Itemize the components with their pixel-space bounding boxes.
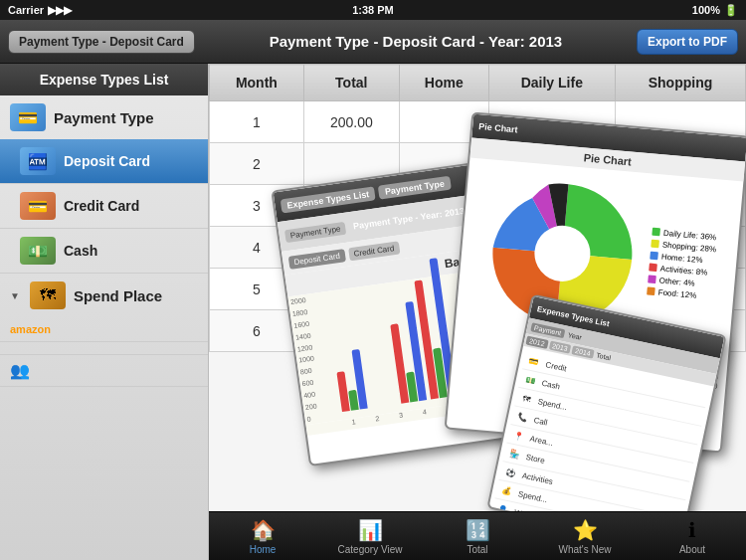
- to-item-label: Activities: [521, 470, 554, 485]
- sidebar-section-payment-type[interactable]: 💳 Payment Type: [0, 95, 208, 139]
- cash-icon: 💵: [20, 237, 56, 265]
- collapse-arrow-icon: ▼: [10, 290, 20, 301]
- credit-card-icon: 💳: [20, 192, 56, 220]
- col-home: Home: [399, 65, 488, 101]
- sidebar-item-spend-3[interactable]: 👥: [0, 355, 208, 387]
- bar-blue: [351, 349, 367, 410]
- status-battery: 100% 🔋: [692, 4, 738, 17]
- sidebar: Expense Types List 💳 Payment Type 🏧 Depo…: [0, 64, 209, 560]
- table-row: 4 800.00: [210, 227, 746, 269]
- payment-type-icon: 💳: [10, 103, 46, 131]
- cell-total: 800.00: [303, 227, 399, 269]
- sidebar-section-spend-place[interactable]: ▼ 🗺 Spend Place: [0, 274, 208, 317]
- to-item-icon: 💳: [525, 354, 543, 369]
- cell-daily-life: [488, 269, 615, 310]
- x-label: 12: [604, 380, 625, 390]
- sidebar-item-cash[interactable]: 💵 Cash: [0, 229, 208, 274]
- table-row: 5: [210, 269, 746, 310]
- home-icon: 🏠: [251, 518, 276, 542]
- about-label: About: [679, 544, 705, 555]
- nav-bar: Payment Type - Deposit Card Payment Type…: [0, 20, 746, 64]
- sidebar-item-spend-2[interactable]: [0, 342, 208, 355]
- x-label: 1: [343, 417, 364, 427]
- cell-month: 2: [210, 143, 304, 185]
- bar-red: [461, 394, 468, 395]
- sidebar-item-amazon[interactable]: amazon: [0, 317, 208, 342]
- to-item-icon: ⚽: [501, 465, 519, 479]
- to-list-item[interactable]: 📍 Area...: [506, 425, 693, 482]
- to-list-item[interactable]: 📞 Call: [510, 406, 697, 464]
- table-row: 2: [210, 143, 746, 185]
- status-time: 1:38 PM: [352, 4, 394, 16]
- sidebar-item-deposit-card[interactable]: 🏧 Deposit Card: [0, 139, 208, 184]
- to-item-icon: 🏪: [505, 447, 523, 462]
- home-label: Home: [250, 544, 277, 555]
- spend-place-label: Spend Place: [74, 287, 162, 304]
- to-item-label: Spend...: [537, 397, 568, 412]
- app-container: Payment Type - Deposit Card Payment Type…: [0, 20, 746, 560]
- bar-group: [334, 349, 368, 412]
- content-area: Expense Types List 💳 Payment Type 🏧 Depo…: [0, 64, 746, 560]
- cell-month: 3: [210, 185, 304, 227]
- sidebar-item-credit-card[interactable]: 💳 Credit Card: [0, 184, 208, 229]
- category-icon: 📊: [358, 518, 383, 542]
- col-daily-life: Daily Life: [488, 65, 615, 101]
- tab-whats-new[interactable]: ⭐ What's New: [531, 518, 639, 555]
- to-list-item[interactable]: 🗺 Spend...: [514, 388, 701, 446]
- to-item-icon: 💰: [497, 483, 515, 498]
- total-label: Total: [466, 544, 487, 555]
- cell-shopping: [615, 185, 745, 227]
- cell-home: [399, 310, 488, 352]
- about-icon: ℹ: [688, 518, 696, 542]
- cell-home: [399, 269, 488, 310]
- cell-shopping: [615, 101, 745, 143]
- tab-total[interactable]: 🔢 Total: [424, 518, 531, 555]
- to-list-item[interactable]: 💵 Cash: [518, 369, 705, 427]
- cell-daily-life: [488, 143, 615, 185]
- cell-home: [399, 101, 488, 143]
- x-label: 3: [391, 410, 412, 420]
- cell-shopping: [615, 310, 745, 352]
- col-total: Total: [303, 65, 399, 101]
- x-label: 10: [556, 387, 577, 397]
- bar-blue: [478, 392, 486, 393]
- tab-category[interactable]: 📊 Category View: [316, 518, 424, 555]
- amazon-icon: amazon: [10, 323, 51, 335]
- cell-month: 1: [210, 101, 304, 143]
- cell-total: [303, 310, 399, 352]
- to-list-item[interactable]: 🏪 Store: [502, 444, 689, 501]
- table-header-row: Month Total Home Daily Life Shopping: [210, 65, 746, 101]
- cell-total: 200.00: [303, 101, 399, 143]
- tab-about[interactable]: ℹ About: [639, 518, 746, 555]
- whats-new-label: What's New: [558, 544, 611, 555]
- nav-tab-active[interactable]: Payment Type - Deposit Card: [8, 30, 195, 54]
- export-pdf-button[interactable]: Export to PDF: [637, 29, 738, 55]
- x-label: 9: [532, 390, 553, 400]
- to-item-label: Credit: [545, 360, 568, 373]
- to-item-icon: 📞: [513, 410, 531, 425]
- tab-home[interactable]: 🏠 Home: [209, 518, 316, 555]
- cell-daily-life: [488, 101, 615, 143]
- bar-red: [336, 371, 349, 412]
- cell-home: [399, 143, 488, 185]
- to-list-item[interactable]: 💳 Credit: [522, 351, 709, 409]
- status-carrier: Carrier ▶▶▶: [8, 4, 72, 17]
- bar-red: [372, 407, 380, 408]
- cell-shopping: [615, 143, 745, 185]
- bottom-tab-bar: 🏠 Home 📊 Category View 🔢 Total ⭐ What's …: [209, 511, 746, 560]
- cell-total: [303, 143, 399, 185]
- bar-green: [433, 348, 448, 399]
- col-month: Month: [210, 65, 304, 101]
- to-item-label: Store: [525, 453, 546, 466]
- cash-label: Cash: [64, 243, 97, 259]
- x-label: 4: [414, 407, 435, 417]
- to-item-icon: 📍: [509, 428, 527, 443]
- cell-shopping: [615, 227, 745, 269]
- cell-daily-life: 500: [488, 185, 615, 227]
- bar-green: [381, 405, 389, 406]
- table-row: 3 500.00 500: [210, 185, 746, 227]
- cell-month: 6: [210, 310, 304, 352]
- bar-blue: [390, 404, 398, 405]
- data-table: Month Total Home Daily Life Shopping 1 2…: [209, 64, 746, 352]
- col-shopping: Shopping: [615, 65, 745, 101]
